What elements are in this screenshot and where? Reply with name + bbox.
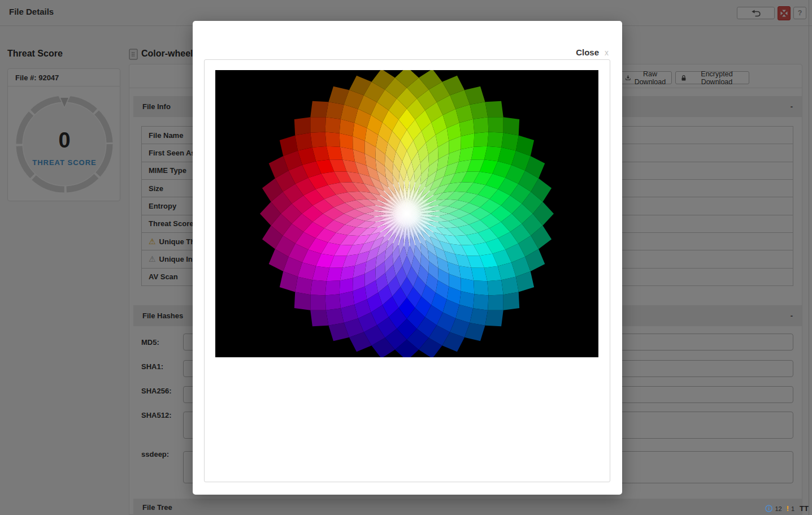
debug-statusbar: 12 ! 1 TT [765,504,809,513]
warning-count: 1 [791,505,794,512]
info-icon[interactable] [765,505,772,512]
warning-exclamation-icon[interactable]: ! [787,504,789,513]
text-tool-icon[interactable]: TT [800,504,809,513]
close-icon: x [605,48,609,57]
modal-close-button[interactable]: Close x [576,47,609,57]
color-wheel-image [215,70,598,357]
info-count: 12 [775,505,781,512]
image-preview-frame [204,59,610,482]
image-preview-modal: Close x [193,21,622,495]
